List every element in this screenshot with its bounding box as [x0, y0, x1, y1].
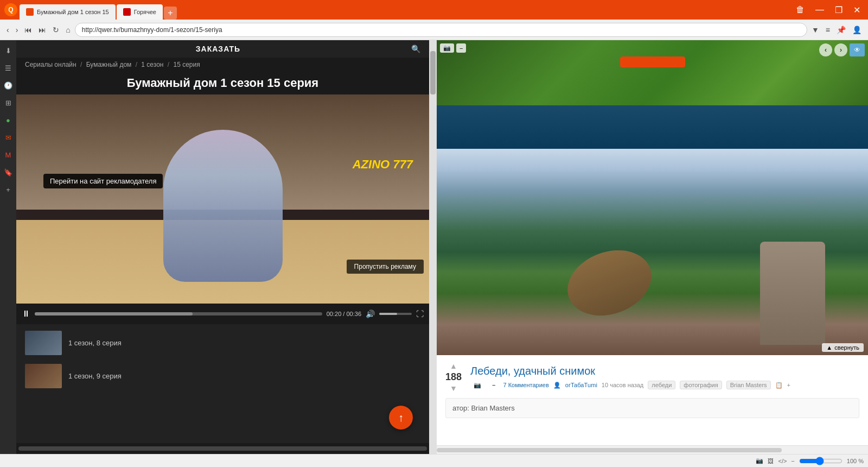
nav-extra-2[interactable]: ≡ — [824, 23, 832, 36]
breadcrumb-link-3[interactable]: 1 сезон — [141, 61, 163, 68]
add-icon[interactable]: + — [787, 382, 790, 388]
bottom-scrollbar-track[interactable] — [437, 448, 782, 452]
volume-fill — [379, 313, 397, 315]
top-img-controls: 📷 − — [440, 43, 466, 53]
page-area: ЗАКАЗАТЬ 🔍 Сериалы онлайн / Бумажный дом… — [16, 40, 868, 454]
address-bar[interactable] — [75, 23, 807, 37]
sidebar-bookmark-icon[interactable]: 🔖 — [2, 166, 14, 178]
trash-button[interactable]: 🗑 — [793, 4, 808, 16]
horizontal-scroll-area[interactable] — [16, 443, 429, 454]
search-icon: 🔍 — [411, 45, 420, 53]
video-controls: ⏸ 00:20 / 00:36 🔊 ⛶ — [16, 304, 429, 324]
breadcrumb-link-1[interactable]: Сериалы онлайн — [25, 61, 76, 68]
mountain-river — [558, 239, 660, 327]
episode-thumb-8 — [25, 331, 62, 355]
sidebar-mail-icon[interactable]: ✉ — [2, 131, 14, 143]
zoom-slider[interactable] — [799, 457, 843, 465]
minus-control-button[interactable]: − — [456, 43, 466, 53]
vote-count: 188 — [445, 371, 462, 383]
top-images: 📷 − ‹ › 👁 — [437, 40, 868, 149]
main-content: ⬇ ☰ 🕐 ⊞ ● ✉ M 🔖 + ЗАКАЗАТЬ 🔍 — [0, 40, 868, 454]
minimize-button[interactable]: — — [812, 4, 827, 16]
pause-button[interactable]: ⏸ — [22, 309, 30, 319]
video-panel-scrollbar[interactable] — [429, 40, 437, 454]
tag-brian-masters[interactable]: Brian Masters — [726, 381, 771, 389]
vote-up-button[interactable]: ▲ — [450, 362, 457, 370]
horizontal-scrollbar[interactable] — [18, 446, 427, 451]
volume-icon[interactable]: 🔊 — [366, 310, 375, 318]
view-button[interactable]: 👁 — [850, 43, 865, 56]
volume-bar[interactable] — [379, 313, 412, 315]
image-status-icon[interactable]: 🖼 — [768, 458, 774, 464]
sidebar-gmail-icon[interactable]: M — [2, 149, 14, 161]
bottom-scroll[interactable] — [437, 445, 868, 454]
title-bar-controls: 🗑 — ❐ ✕ — [793, 4, 864, 16]
site-header: ЗАКАЗАТЬ 🔍 — [16, 40, 429, 58]
nav-extra-1[interactable]: ▼ — [809, 23, 821, 36]
tag-swans[interactable]: лебеди — [648, 381, 675, 389]
tab-video[interactable]: Бумажный дом 1 сезон 15 — [20, 4, 116, 20]
sidebar-list-icon[interactable]: ☰ — [2, 62, 14, 74]
sidebar-downloads-icon[interactable]: ⬇ — [2, 45, 14, 56]
back-button[interactable]: ‹ — [4, 23, 11, 36]
zoom-minus-btn[interactable]: − — [791, 458, 794, 464]
vote-down-button[interactable]: ▼ — [450, 384, 457, 393]
nav-extra-4[interactable]: 👤 — [850, 23, 864, 36]
breadcrumb-link-2[interactable]: Бумажный дом — [86, 61, 132, 68]
first-button[interactable]: ⏮ — [22, 23, 34, 36]
add-tab-button[interactable]: + — [164, 7, 177, 20]
close-button[interactable]: ✕ — [850, 4, 864, 16]
post-minus-button[interactable]: − — [489, 381, 499, 389]
maximize-button[interactable]: ❐ — [832, 4, 846, 16]
sidebar-add-icon[interactable]: + — [2, 184, 14, 195]
camera-status-icon[interactable]: 📷 — [756, 457, 763, 464]
refresh-button[interactable]: ↻ — [50, 23, 61, 36]
next-image-button[interactable]: › — [834, 43, 847, 56]
episode-list: 1 сезон, 8 серия 1 сезон, 9 серия — [16, 324, 429, 443]
home-button[interactable]: ⌂ — [63, 23, 72, 36]
water-area — [437, 105, 868, 149]
browser-window: Q Бумажный дом 1 сезон 15 Горячее + 🗑 — … — [0, 0, 868, 467]
site-header-title: ЗАКАЗАТЬ — [196, 45, 240, 53]
collapse-label: свернуть — [834, 344, 859, 351]
sidebar-whatsapp-icon[interactable]: ● — [2, 114, 14, 126]
logo-letter: Q — [8, 6, 13, 14]
time-current: 00:20 — [327, 311, 342, 317]
upload-fab-button[interactable]: ↑ — [389, 406, 413, 430]
camera-control-button[interactable]: 📷 — [440, 43, 454, 53]
post-title[interactable]: Лебеди, удачный снимок — [470, 365, 790, 377]
comments-link[interactable]: 7 Комментариев — [503, 382, 548, 388]
episode-label-9: 1 сезон, 9 серия — [68, 372, 122, 380]
status-bar: 📷 🖼 </> − 100 % — [0, 454, 868, 467]
forward-button[interactable]: › — [14, 23, 21, 36]
post-camera-button[interactable]: 📷 — [470, 381, 484, 390]
sidebar-grid-icon[interactable]: ⊞ — [2, 97, 14, 109]
sidebar-clock-icon[interactable]: 🕐 — [2, 79, 14, 91]
collapse-button[interactable]: ▲ свернуть — [822, 343, 864, 352]
video-panel-wrapper: ЗАКАЗАТЬ 🔍 Сериалы онлайн / Бумажный дом… — [16, 40, 437, 454]
tag-photo[interactable]: фотография — [680, 381, 722, 389]
tab-hot[interactable]: Горячее — [117, 4, 163, 20]
video-player[interactable]: Перейти на сайт рекламодателя AZINO 777 … — [16, 94, 429, 304]
mountain-rocks — [760, 242, 825, 345]
author-link[interactable]: огТабаТumi — [565, 382, 597, 388]
title-bar: Q Бумажный дом 1 сезон 15 Горячее + 🗑 — … — [0, 0, 868, 20]
zoom-value: 100 % — [847, 458, 864, 464]
prev-image-button[interactable]: ‹ — [819, 43, 832, 56]
post-time: 10 часов назад — [602, 382, 643, 388]
last-button[interactable]: ⏭ — [36, 23, 48, 36]
nav-bar: ‹ › ⏮ ⏭ ↻ ⌂ ▼ ≡ 📌 👤 — [0, 20, 868, 40]
breadcrumb-link-4[interactable]: 15 серия — [173, 61, 200, 68]
ad-tooltip[interactable]: Перейти на сайт рекламодателя — [43, 174, 163, 188]
tabs-container: Бумажный дом 1 сезон 15 Горячее + — [20, 0, 790, 20]
fullscreen-button[interactable]: ⛶ — [416, 310, 424, 318]
code-status-icon[interactable]: </> — [778, 458, 787, 464]
nav-extra-3[interactable]: 📌 — [834, 23, 848, 36]
episode-item-9[interactable]: 1 сезон, 9 серия — [16, 359, 429, 393]
episode-item-8[interactable]: 1 сезон, 8 серия — [16, 326, 429, 359]
skip-ad-button[interactable]: Пропустить рекламу — [347, 260, 424, 274]
progress-bar[interactable] — [35, 312, 322, 315]
copy-icon[interactable]: 📋 — [775, 382, 783, 389]
site-search-button[interactable]: 🔍 — [411, 45, 420, 53]
episode-label-8: 1 сезон, 8 серия — [68, 339, 122, 347]
